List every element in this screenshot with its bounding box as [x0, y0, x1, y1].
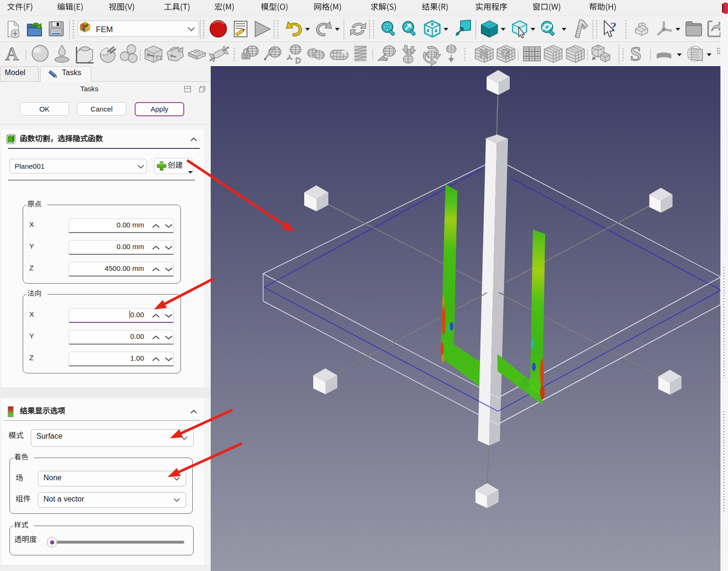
svg-text:G: G: [501, 47, 510, 60]
svg-text:A: A: [5, 43, 19, 64]
svg-text:T1: T1: [155, 54, 162, 61]
svg-text:FEM: FEM: [96, 25, 113, 34]
svg-text:D: D: [295, 56, 301, 65]
svg-text:?: ?: [610, 20, 617, 34]
svg-text:S: S: [630, 43, 641, 65]
svg-text:N: N: [480, 47, 488, 60]
